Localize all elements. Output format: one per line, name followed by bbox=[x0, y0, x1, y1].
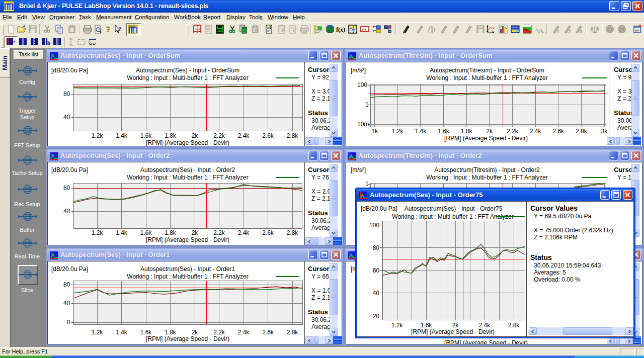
svg-text:P: P bbox=[377, 26, 379, 29]
svg-text:3: 3 bbox=[580, 29, 582, 34]
svg-text:?: ? bbox=[106, 25, 111, 34]
svg-text:(·): (·) bbox=[362, 28, 366, 32]
svg-text:2: 2 bbox=[569, 29, 571, 34]
svg-text:1: 1 bbox=[557, 29, 559, 34]
svg-text:?: ? bbox=[118, 25, 122, 33]
svg-text:PULSE: PULSE bbox=[129, 25, 135, 27]
svg-text:f(x): f(x) bbox=[336, 26, 345, 33]
svg-text:U: U bbox=[377, 30, 379, 33]
